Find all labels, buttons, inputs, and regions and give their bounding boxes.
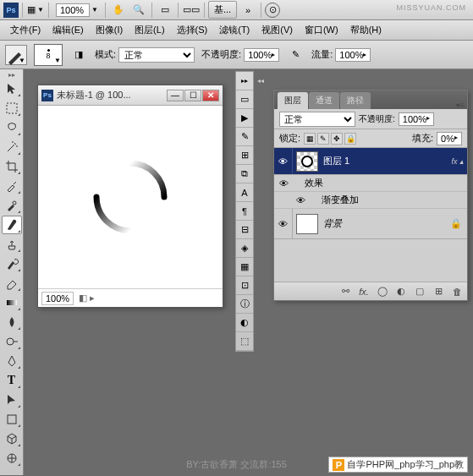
doc-info-icon[interactable]: ◧ ▸ xyxy=(79,293,95,304)
menu-filter[interactable]: 滤镜(T) xyxy=(214,22,255,38)
dock-styles-icon[interactable]: ⬚ xyxy=(236,332,253,351)
dock-history-icon[interactable]: ▭ xyxy=(236,90,253,109)
layer-thumbnail[interactable] xyxy=(296,214,318,234)
canvas-zoom-input[interactable]: 100% xyxy=(41,292,74,305)
dock-tool-icon[interactable]: ⊡ xyxy=(236,276,253,295)
visibility-toggle-icon[interactable]: 👁 xyxy=(291,195,310,205)
hand-tool-shortcut-icon[interactable]: ✋ xyxy=(109,1,128,19)
layer-blend-mode-select[interactable]: 正常 xyxy=(279,112,355,127)
menu-layer[interactable]: 图层(L) xyxy=(129,22,169,38)
dock-info-icon[interactable]: ⓘ xyxy=(236,295,253,314)
visibility-toggle-icon[interactable]: 👁 xyxy=(274,148,293,174)
document-titlebar[interactable]: Ps 未标题-1 @ 100... — ☐ ✕ xyxy=(38,85,223,106)
lock-pixels-icon[interactable]: ✎ xyxy=(317,133,329,145)
close-button[interactable]: ✕ xyxy=(202,90,219,101)
dock-color-icon[interactable]: ◐ xyxy=(236,314,253,332)
brush-preset-picker[interactable]: 8 ▼ xyxy=(34,44,63,66)
link-layers-icon[interactable]: ⚯ xyxy=(338,285,352,298)
workspace-menu-icon[interactable]: » xyxy=(239,1,257,19)
shape-tool[interactable] xyxy=(2,410,22,429)
tablet-opacity-icon[interactable]: ✎ xyxy=(286,46,305,64)
lasso-tool[interactable] xyxy=(2,118,22,137)
layer-thumbnail[interactable] xyxy=(296,151,318,172)
path-selection-tool[interactable] xyxy=(2,391,22,409)
healing-brush-tool[interactable] xyxy=(2,196,22,215)
visibility-toggle-icon[interactable]: 👁 xyxy=(274,209,293,238)
3d-tool[interactable] xyxy=(2,429,22,448)
menu-edit[interactable]: 编辑(E) xyxy=(47,22,89,38)
tab-channels[interactable]: 通道 xyxy=(309,92,339,109)
dock-actions-icon[interactable]: ▶ xyxy=(236,109,253,128)
adjustment-layer-icon[interactable]: ◐ xyxy=(394,285,408,298)
magic-wand-tool[interactable] xyxy=(2,138,22,156)
effects-row[interactable]: 👁 效果 xyxy=(274,175,467,192)
fx-indicator-icon[interactable]: fx ▴ xyxy=(451,157,464,166)
lock-position-icon[interactable]: ✥ xyxy=(331,133,343,145)
layer-row[interactable]: 👁 图层 1 fx ▴ xyxy=(274,148,467,175)
dock-brush-icon[interactable]: ✎ xyxy=(236,128,253,146)
type-tool[interactable]: T xyxy=(2,371,22,390)
lock-transparency-icon[interactable]: ▦ xyxy=(304,133,316,145)
minimize-button[interactable]: — xyxy=(167,90,184,101)
blur-tool[interactable] xyxy=(2,313,22,331)
blend-mode-select[interactable]: 正常 xyxy=(118,47,195,63)
source-tag[interactable]: P 自学PHP网_php学习_php教 xyxy=(328,457,468,473)
panel-menu-icon[interactable]: ▾≡ xyxy=(456,101,464,109)
fill-input[interactable]: 0%▸ xyxy=(437,132,462,145)
pen-tool[interactable] xyxy=(2,352,22,370)
layer-name[interactable]: 图层 1 xyxy=(322,155,451,167)
dodge-tool[interactable] xyxy=(2,332,22,351)
tool-preset-icon[interactable]: ▼ xyxy=(5,45,27,65)
workspace-button[interactable]: 基... xyxy=(208,1,237,19)
menu-help[interactable]: 帮助(H) xyxy=(345,22,387,38)
bridge-icon[interactable]: ▦▼ xyxy=(26,1,45,19)
dock-expand-icon[interactable]: ▸▸ xyxy=(236,72,253,90)
screen-mode-icon[interactable]: ▭▭ xyxy=(182,1,201,19)
tab-layers[interactable]: 图层 xyxy=(278,92,308,109)
layer-row[interactable]: 👁 背景 🔒 xyxy=(274,209,467,239)
dock-para-icon[interactable]: ¶ xyxy=(236,202,253,221)
visibility-toggle-icon[interactable]: 👁 xyxy=(274,178,293,189)
dock-swatches-icon[interactable]: ▦ xyxy=(236,258,253,276)
dock-clone-icon[interactable]: ⧉ xyxy=(236,165,253,183)
eraser-tool[interactable] xyxy=(2,274,22,293)
menu-view[interactable]: 视图(V) xyxy=(256,22,298,38)
menu-image[interactable]: 图像(I) xyxy=(91,22,128,38)
tab-paths[interactable]: 路径 xyxy=(340,92,371,109)
eyedropper-tool[interactable] xyxy=(2,177,22,195)
brush-panel-toggle-icon[interactable]: ◨ xyxy=(69,46,88,64)
lock-all-icon[interactable]: 🔒 xyxy=(344,133,356,145)
layer-opacity-input[interactable]: 100%▸ xyxy=(399,112,434,126)
layer-mask-icon[interactable]: ◯ xyxy=(376,285,389,298)
app-titlebar: Ps ▦▼ 100%▼ ✋ 🔍 ▭ ▭▭ 基... » ⊙ MISSYUAN.C… xyxy=(0,0,473,20)
new-group-icon[interactable]: ▢ xyxy=(413,285,426,298)
crop-tool[interactable] xyxy=(2,157,22,176)
flow-input[interactable]: 100%▸ xyxy=(335,48,371,62)
zoom-level[interactable]: 100%▼ xyxy=(52,2,102,19)
dock-nav-icon[interactable]: ◈ xyxy=(236,239,253,258)
gradient-tool[interactable] xyxy=(2,293,22,312)
menu-select[interactable]: 选择(S) xyxy=(172,22,213,38)
effect-gradient-overlay-row[interactable]: 👁 渐变叠加 xyxy=(274,192,467,209)
dock-layercomp-icon[interactable]: ⊟ xyxy=(236,221,253,239)
dock-brushpreset-icon[interactable]: ⊞ xyxy=(236,146,253,165)
layer-name[interactable]: 背景 xyxy=(322,217,450,230)
dock-char-icon[interactable]: A xyxy=(236,183,253,202)
canvas-area[interactable] xyxy=(38,106,223,288)
brush-tool[interactable] xyxy=(2,216,22,234)
layer-style-icon[interactable]: fx. xyxy=(357,285,371,298)
view-rotate-icon[interactable]: ▭ xyxy=(156,1,174,19)
delete-layer-icon[interactable]: 🗑 xyxy=(450,285,464,298)
clone-stamp-tool[interactable] xyxy=(2,235,22,254)
new-layer-icon[interactable]: ⊞ xyxy=(432,285,445,298)
maximize-button[interactable]: ☐ xyxy=(184,90,201,101)
opacity-input[interactable]: 100%▸ xyxy=(244,48,279,62)
history-brush-tool[interactable] xyxy=(2,254,22,273)
strip-collapse-icon[interactable]: ◂◂ xyxy=(251,73,270,88)
cs-live-icon[interactable]: ⊙ xyxy=(265,3,280,18)
menu-window[interactable]: 窗口(W) xyxy=(300,22,344,38)
move-tool[interactable] xyxy=(2,79,22,98)
marquee-tool[interactable] xyxy=(2,99,22,118)
zoom-tool-shortcut-icon[interactable]: 🔍 xyxy=(129,1,148,19)
menu-file[interactable]: 文件(F) xyxy=(5,22,46,38)
